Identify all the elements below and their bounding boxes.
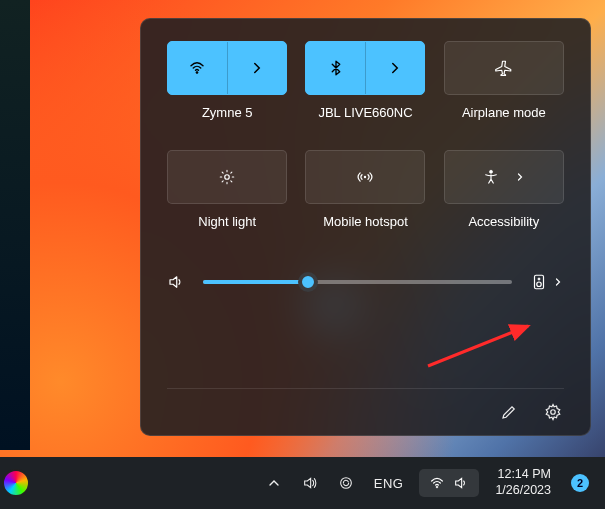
accessibility-button[interactable] — [444, 150, 564, 204]
speaker-icon — [302, 475, 318, 491]
speaker-icon[interactable] — [167, 273, 185, 291]
wifi-expand[interactable] — [227, 42, 287, 94]
svg-point-6 — [537, 282, 542, 287]
audio-output-button[interactable] — [530, 273, 564, 291]
bluetooth-label: JBL LIVE660NC — [318, 105, 412, 120]
pencil-icon — [500, 403, 518, 421]
chevron-right-icon — [248, 59, 266, 77]
svg-point-1 — [225, 175, 230, 180]
taskbar-app-icon[interactable] — [2, 469, 30, 497]
taskbar-right: ENG 12:14 PM 1/26/2023 2 — [262, 457, 605, 509]
speaker-icon — [453, 475, 469, 491]
tray-overflow-button[interactable] — [262, 471, 286, 495]
night-light-label: Night light — [198, 214, 256, 229]
hotspot-icon — [356, 168, 374, 186]
tile-accessibility: Accessibility — [444, 150, 564, 229]
clock-time: 12:14 PM — [495, 467, 551, 483]
bluetooth-expand[interactable] — [365, 42, 425, 94]
hotspot-button[interactable] — [305, 150, 425, 204]
accessibility-label: Accessibility — [468, 214, 539, 229]
wifi-icon — [188, 59, 206, 77]
svg-point-7 — [551, 410, 556, 415]
chevron-up-icon — [266, 475, 282, 491]
volume-slider-thumb[interactable] — [298, 272, 318, 292]
volume-row — [167, 273, 564, 291]
night-light-button[interactable] — [167, 150, 287, 204]
network-flyout-button[interactable] — [419, 469, 479, 497]
svg-point-2 — [364, 176, 366, 178]
wifi-button[interactable] — [167, 41, 287, 95]
wifi-icon — [429, 475, 445, 491]
airplane-icon — [495, 59, 513, 77]
tile-airplane: Airplane mode — [444, 41, 564, 120]
night-light-icon — [218, 168, 236, 186]
airplane-label: Airplane mode — [462, 105, 546, 120]
panel-footer — [167, 388, 564, 423]
settings-button[interactable] — [542, 401, 564, 423]
quick-settings-panel: Zymne 5 JBL LIVE660NC — [140, 18, 591, 436]
tile-bluetooth: JBL LIVE660NC — [305, 41, 425, 120]
clock-date: 1/26/2023 — [495, 483, 551, 499]
hotspot-label: Mobile hotspot — [323, 214, 408, 229]
accessibility-icon — [482, 168, 500, 186]
notifications-button[interactable]: 2 — [567, 470, 593, 496]
notification-count-badge: 2 — [571, 474, 589, 492]
taskbar: ENG 12:14 PM 1/26/2023 2 — [0, 457, 605, 509]
chevron-right-icon — [386, 59, 404, 77]
bluetooth-toggle[interactable] — [306, 42, 365, 94]
tray-volume-button[interactable] — [298, 471, 322, 495]
svg-point-5 — [538, 278, 540, 280]
airplane-button[interactable] — [444, 41, 564, 95]
svg-point-10 — [437, 486, 439, 488]
taskbar-left — [0, 457, 30, 509]
wifi-label: Zymne 5 — [202, 105, 253, 120]
wifi-toggle[interactable] — [168, 42, 227, 94]
bluetooth-icon — [327, 59, 345, 77]
sync-icon — [338, 475, 354, 491]
svg-point-3 — [489, 170, 492, 173]
chevron-right-icon — [514, 171, 526, 183]
gear-icon — [544, 403, 562, 421]
quick-tiles-grid: Zymne 5 JBL LIVE660NC — [167, 41, 564, 229]
clock-button[interactable]: 12:14 PM 1/26/2023 — [491, 463, 555, 502]
tray-onedrive-button[interactable] — [334, 471, 358, 495]
language-indicator[interactable]: ENG — [370, 472, 408, 495]
tile-wifi: Zymne 5 — [167, 41, 287, 120]
volume-slider[interactable] — [203, 280, 512, 284]
edit-quick-settings-button[interactable] — [498, 401, 520, 423]
wallpaper-edge — [0, 0, 30, 450]
tile-hotspot: Mobile hotspot — [305, 150, 425, 229]
bluetooth-button[interactable] — [305, 41, 425, 95]
speaker-device-icon — [530, 273, 548, 291]
volume-slider-fill — [203, 280, 308, 284]
chevron-right-icon — [552, 276, 564, 288]
svg-point-9 — [340, 478, 351, 489]
tile-night-light: Night light — [167, 150, 287, 229]
svg-point-0 — [196, 72, 198, 74]
